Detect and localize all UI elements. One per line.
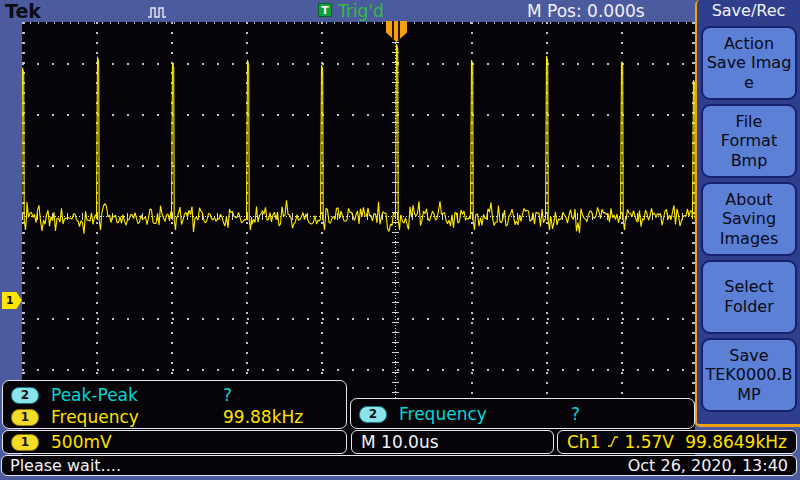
measurement-row: 2 Peak-Peak ? xyxy=(11,384,346,406)
soft-menu: Save/Rec Action Save Image File Format B… xyxy=(695,0,800,427)
trigger-level: 1.57V xyxy=(624,432,673,452)
datetime: Oct 26, 2020, 13:40 xyxy=(628,456,788,475)
menu-title: Save/Rec xyxy=(697,0,800,22)
acquire-pulse-icon xyxy=(148,4,170,23)
measurement-box-2: 2 Frequency ? xyxy=(350,398,695,429)
trigger-source: Ch1 xyxy=(567,432,600,452)
trigger-frequency: 99.8649kHz xyxy=(685,432,787,452)
measurement-value: ? xyxy=(223,385,232,405)
trigger-status: Trig'd xyxy=(338,1,384,21)
menu-button-save-file[interactable]: Save TEK0000.BMP xyxy=(701,338,797,412)
measurement-value: ? xyxy=(571,404,580,424)
trigger-type-icon: T xyxy=(318,3,332,17)
channel-2-badge: 2 xyxy=(359,406,387,423)
channel-1-badge: 1 xyxy=(11,434,39,451)
rising-edge-icon xyxy=(607,432,619,452)
timebase-readout: M 10.0us xyxy=(351,430,554,454)
menu-button-about-saving-images[interactable]: About Saving Images xyxy=(701,182,797,256)
measurement-label: Frequency xyxy=(399,404,487,424)
menu-button-action-save-image[interactable]: Action Save Image xyxy=(701,26,797,100)
measurement-label: Peak-Peak xyxy=(51,385,138,405)
menu-button-file-format[interactable]: File Format Bmp xyxy=(701,104,797,178)
channel-1-ground-marker[interactable]: 1 xyxy=(2,292,22,309)
timebase-value: M 10.0us xyxy=(361,432,439,452)
channel-2-badge: 2 xyxy=(11,387,39,404)
measurement-row: 1 Frequency 99.88kHz xyxy=(11,406,346,428)
channel-1-badge: 1 xyxy=(11,409,39,426)
status-message: Please wait.... xyxy=(10,456,121,475)
ch1-volts-per-div: 500mV xyxy=(51,432,112,452)
tek-logo: Tek xyxy=(5,0,41,22)
m-pos-readout: M Pos: 0.000s xyxy=(527,1,645,21)
measurement-row: 2 Frequency ? xyxy=(359,403,694,425)
measurement-label: Frequency xyxy=(51,407,139,427)
menu-button-select-folder[interactable]: Select Folder xyxy=(701,260,797,334)
ch1-scale-readout: 1 500mV xyxy=(2,430,347,454)
measurement-value: 99.88kHz xyxy=(223,407,303,427)
trigger-readout: Ch1 1.57V 99.8649kHz xyxy=(557,430,797,454)
header-bar: Tek T Trig'd M Pos: 0.000s xyxy=(0,0,800,22)
status-bar: Please wait.... Oct 26, 2020, 13:40 xyxy=(1,455,797,476)
measurement-box-1: 2 Peak-Peak ? 1 Frequency 99.88kHz xyxy=(2,380,347,429)
